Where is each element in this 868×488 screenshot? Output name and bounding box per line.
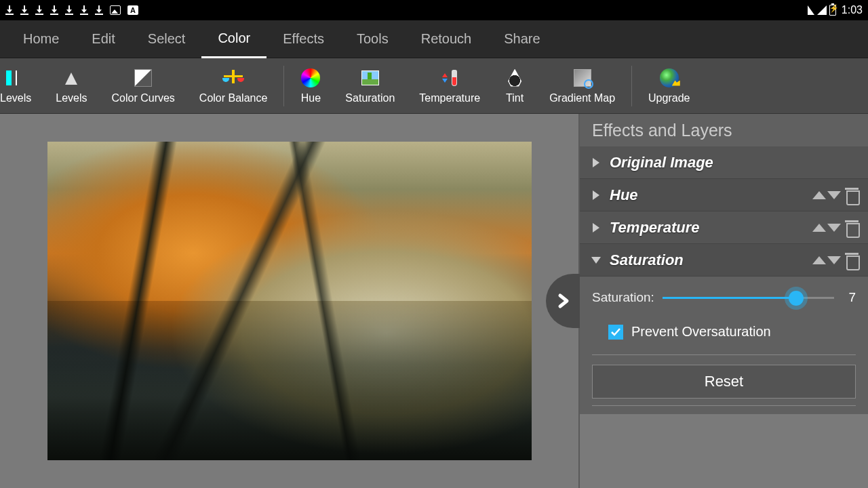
layer-label: Saturation bbox=[610, 251, 806, 269]
delete-icon[interactable] bbox=[845, 220, 859, 235]
menu-share[interactable]: Share bbox=[488, 20, 556, 58]
reset-button[interactable]: Reset bbox=[592, 365, 856, 399]
saturation-layer-body: Saturation: 7 Prevent Oversaturation Res… bbox=[580, 277, 868, 414]
menu-effects[interactable]: Effects bbox=[267, 20, 340, 58]
image-icon bbox=[110, 5, 121, 15]
menu-label: Share bbox=[504, 31, 540, 47]
tool-label: Tint bbox=[506, 92, 524, 104]
menu-label: Home bbox=[23, 31, 59, 47]
layer-controls bbox=[812, 220, 859, 235]
menu-label: Color bbox=[218, 30, 250, 46]
layer-label: Original Image bbox=[610, 154, 859, 171]
download-icon bbox=[80, 5, 88, 15]
menu-label: Retouch bbox=[421, 31, 472, 47]
menu-label: Select bbox=[148, 31, 186, 47]
color-toolbar: Levels Levels Color Curves Color Balance… bbox=[0, 58, 868, 114]
layer-original-image[interactable]: Original Image bbox=[580, 146, 868, 179]
levels-icon bbox=[61, 68, 81, 88]
menu-label: Tools bbox=[357, 31, 389, 47]
layer-temperature[interactable]: Temperature bbox=[580, 211, 868, 244]
move-down-icon[interactable] bbox=[827, 224, 841, 232]
checkbox-label: Prevent Oversaturation bbox=[631, 324, 771, 340]
download-icon bbox=[50, 5, 58, 15]
layer-hue[interactable]: Hue bbox=[580, 179, 868, 211]
tool-label: Color Balance bbox=[199, 92, 268, 104]
layer-controls bbox=[812, 253, 859, 268]
check-icon bbox=[610, 327, 621, 338]
delete-icon[interactable] bbox=[845, 253, 859, 268]
download-icon bbox=[20, 5, 28, 15]
tool-label: Color Curves bbox=[112, 92, 175, 104]
panel-title: Effects and Layers bbox=[580, 114, 868, 146]
move-down-icon[interactable] bbox=[827, 191, 841, 199]
layer-label: Temperature bbox=[610, 219, 806, 237]
toolbar-separator bbox=[283, 66, 284, 106]
expand-right-icon bbox=[589, 188, 603, 202]
menu-edit[interactable]: Edit bbox=[75, 20, 131, 58]
app-a-icon: A bbox=[127, 5, 138, 15]
prevent-oversaturation-checkbox[interactable] bbox=[608, 325, 623, 340]
tool-saturation[interactable]: Saturation bbox=[333, 58, 407, 114]
workspace: Effects and Layers Original Image Hue Te… bbox=[0, 114, 868, 488]
tool-label: Upgrade bbox=[648, 92, 690, 104]
battery-icon bbox=[829, 5, 836, 16]
toolbar-separator bbox=[631, 66, 632, 106]
temperature-icon bbox=[439, 68, 460, 88]
saturation-icon bbox=[360, 68, 380, 88]
move-up-icon[interactable] bbox=[812, 191, 826, 199]
menu-color[interactable]: Color bbox=[201, 20, 267, 58]
hue-icon bbox=[300, 68, 321, 88]
signal-icon bbox=[817, 5, 827, 15]
status-left: A bbox=[5, 5, 138, 15]
tool-levels[interactable]: Levels bbox=[43, 58, 99, 114]
divider bbox=[592, 354, 856, 355]
divider bbox=[592, 405, 856, 406]
download-icon bbox=[95, 5, 103, 15]
balance-icon bbox=[223, 68, 243, 88]
tool-gradient-map[interactable]: Gradient Map bbox=[537, 58, 627, 114]
move-up-icon[interactable] bbox=[812, 224, 826, 232]
gradient-map-icon bbox=[572, 68, 593, 88]
tool-upgrade[interactable]: Upgrade bbox=[636, 58, 702, 114]
canvas-image[interactable] bbox=[47, 142, 532, 460]
move-up-icon[interactable] bbox=[812, 256, 826, 264]
saturation-value: 7 bbox=[842, 290, 856, 305]
menu-tools[interactable]: Tools bbox=[340, 20, 405, 58]
tool-hue[interactable]: Hue bbox=[288, 58, 333, 114]
tint-icon bbox=[505, 68, 525, 88]
menu-label: Edit bbox=[92, 31, 115, 47]
layer-saturation[interactable]: Saturation bbox=[580, 244, 868, 277]
saturation-slider[interactable] bbox=[663, 291, 834, 304]
menu-home[interactable]: Home bbox=[7, 20, 75, 58]
tool-label: Hue bbox=[301, 92, 321, 104]
move-down-icon[interactable] bbox=[827, 256, 841, 264]
tool-auto-levels[interactable]: Levels bbox=[0, 58, 43, 114]
tool-label: Levels bbox=[0, 92, 31, 104]
auto-levels-icon bbox=[5, 68, 26, 88]
canvas-area bbox=[0, 114, 578, 488]
menu-retouch[interactable]: Retouch bbox=[405, 20, 488, 58]
wifi-icon bbox=[808, 5, 814, 15]
tool-label: Levels bbox=[56, 92, 87, 104]
menu-select[interactable]: Select bbox=[132, 20, 202, 58]
reset-label: Reset bbox=[705, 373, 743, 390]
tool-temperature[interactable]: Temperature bbox=[407, 58, 492, 114]
tool-tint[interactable]: Tint bbox=[492, 58, 537, 114]
expand-down-icon bbox=[589, 253, 603, 267]
status-bar: A 1:03 bbox=[0, 0, 868, 20]
tool-balance[interactable]: Color Balance bbox=[187, 58, 280, 114]
tool-label: Saturation bbox=[345, 92, 395, 104]
delete-icon[interactable] bbox=[845, 188, 859, 203]
status-right: 1:03 bbox=[808, 4, 863, 16]
tool-label: Gradient Map bbox=[549, 92, 615, 104]
download-icon bbox=[5, 5, 14, 15]
tool-curves[interactable]: Color Curves bbox=[100, 58, 187, 114]
chevron-right-icon bbox=[555, 291, 571, 311]
main-menu: Home Edit Select Color Effects Tools Ret… bbox=[0, 20, 868, 58]
panel-collapse-handle[interactable] bbox=[546, 274, 580, 328]
slider-thumb[interactable] bbox=[789, 291, 804, 306]
effects-layers-panel: Effects and Layers Original Image Hue Te… bbox=[578, 114, 868, 488]
clock: 1:03 bbox=[842, 4, 863, 16]
saturation-label: Saturation: bbox=[592, 290, 654, 305]
download-icon bbox=[35, 5, 43, 15]
